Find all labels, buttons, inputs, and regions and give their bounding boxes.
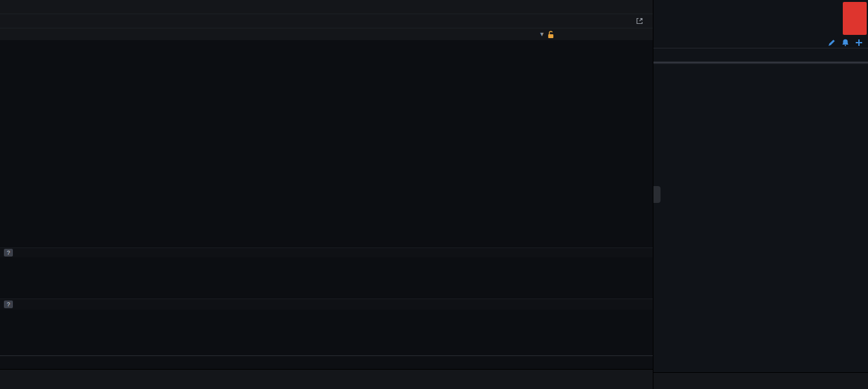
popout-icon[interactable]: [635, 17, 644, 25]
candlestick-chart-canvas[interactable]: [0, 40, 653, 247]
chevron-down-icon[interactable]: ▼: [539, 31, 545, 37]
trade-now-button[interactable]: [843, 2, 867, 35]
add-to-watchlist-icon[interactable]: [855, 39, 863, 47]
quote-panel: [653, 0, 868, 389]
quote-header: [653, 0, 868, 17]
tick-row: [653, 366, 868, 372]
header-icons: [828, 39, 863, 47]
macd-readout-row: ?: [0, 299, 653, 310]
chart-column: ▼ ? ?: [0, 0, 653, 389]
macd-chart-canvas[interactable]: [0, 310, 653, 355]
bell-icon[interactable]: [842, 39, 849, 47]
volume-pane: [0, 257, 653, 299]
period-menubar: [0, 0, 653, 14]
unlock-icon[interactable]: [547, 30, 555, 39]
indicator-tab-bar: [0, 369, 653, 389]
macd-pane: [0, 310, 653, 355]
volume-chart-canvas[interactable]: [0, 257, 653, 299]
help-icon[interactable]: ?: [4, 300, 13, 308]
date-range-group: ▼: [536, 30, 555, 39]
edit-icon[interactable]: [828, 39, 836, 47]
ma-readout-bar: ▼: [0, 28, 653, 40]
volume-readout-row: ?: [0, 247, 653, 257]
market-status-row: [653, 36, 868, 48]
weibi-row: [653, 48, 868, 61]
panel-tab-bar: [653, 372, 868, 389]
time-axis: [0, 355, 653, 369]
collapse-handle[interactable]: [653, 186, 661, 203]
panel-footer: [653, 366, 868, 389]
help-icon[interactable]: ?: [4, 249, 13, 257]
price-row: [653, 17, 868, 36]
ohlc-infobar: [0, 14, 653, 28]
main-chart-pane: [0, 40, 653, 247]
stock-quote-window: ▼ ? ?: [0, 0, 868, 389]
